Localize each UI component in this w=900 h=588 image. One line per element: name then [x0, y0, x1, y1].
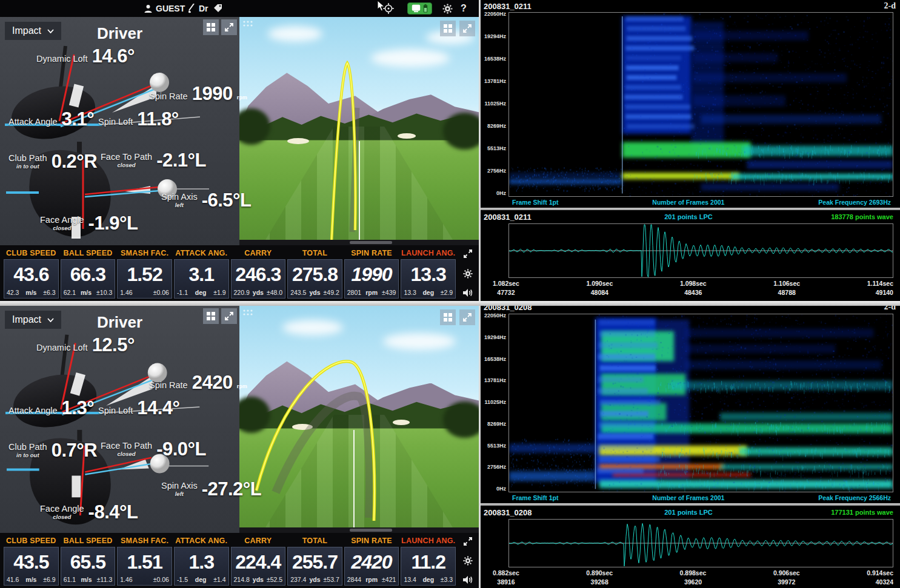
- stat-value: 1.52: [118, 260, 172, 289]
- stat-deviation: ±10.3: [96, 289, 112, 296]
- fullscreen-button[interactable]: [459, 309, 475, 325]
- shot-stats-bar: CLUB SPEED 43.5 41.6 m/s ±6.9 BALL SPEE: [0, 533, 479, 588]
- layout-grid-button[interactable]: [203, 308, 219, 324]
- target-tracking-button[interactable]: [383, 3, 394, 14]
- panel-buttons: [203, 308, 237, 324]
- launch-monitor-window-top: GUEST Dr ?: [0, 0, 479, 301]
- stat-label: SPIN RATE: [344, 535, 399, 547]
- stat-deviation: ±0.06: [153, 576, 169, 583]
- help-button[interactable]: ?: [461, 3, 467, 14]
- metric-value: 0.2°R: [52, 154, 97, 170]
- time-sample: 40324: [867, 578, 893, 587]
- stat-unit: m/s: [25, 289, 36, 296]
- fullscreen-button[interactable]: [463, 537, 473, 546]
- stat-sub-row: 61.1 m/s ±11.3: [61, 576, 115, 585]
- view-menu-icon[interactable]: [243, 309, 253, 319]
- metric-sub-label: in to out: [8, 164, 47, 170]
- fullscreen-button[interactable]: [463, 249, 473, 259]
- spectrogram-header: 200831_0211 2-d: [481, 0, 900, 12]
- stat-label: CLUB SPEED: [4, 248, 59, 259]
- stats-side-buttons: [457, 245, 479, 301]
- horizontal-scrollbar[interactable]: [239, 527, 479, 533]
- stat-average: 237.4: [290, 576, 306, 583]
- user-menu[interactable]: GUEST: [144, 4, 185, 13]
- stat-sub-row: 243.5 yds ±49.2: [288, 289, 342, 298]
- stat-tile: ATTACK ANG. 1.3 -1.5 deg ±1.4: [174, 535, 229, 586]
- waveform-plot: [508, 519, 893, 567]
- stat-value: 13.3: [401, 260, 455, 289]
- stat-deviation: ±439: [382, 289, 396, 296]
- recording-title: 200831_0211: [484, 2, 532, 11]
- stat-deviation: ±3.3: [441, 576, 453, 583]
- view-menu-icon[interactable]: [243, 21, 253, 30]
- freq-tick-label: 16538Hz: [484, 56, 506, 62]
- stat-box: 2420 2844 rpm ±421: [344, 547, 399, 586]
- settings-button[interactable]: [463, 269, 473, 279]
- wave-points-label: 183778 points wave: [757, 213, 893, 220]
- stat-label: BALL SPEED: [61, 248, 116, 259]
- stat-value: 275.8: [288, 260, 342, 289]
- gear-icon: [463, 269, 473, 279]
- freq-tick-label: 22050Hz: [484, 313, 506, 319]
- metric-label: Spin Loft: [98, 117, 133, 127]
- club-abbr: Dr: [199, 4, 208, 13]
- club-selector[interactable]: Dr: [187, 4, 208, 13]
- spectrogram-plot: [508, 314, 893, 492]
- settings-button[interactable]: [463, 556, 473, 566]
- scrollbar-handle[interactable]: [350, 241, 392, 244]
- layout-grid-button[interactable]: [203, 19, 219, 35]
- recording-title: 200831_0211: [484, 213, 620, 222]
- metric-label: Face Angleclosed: [40, 504, 84, 520]
- stat-deviation: ±2.9: [441, 289, 453, 296]
- stat-value: 1990: [345, 260, 399, 289]
- time-sample: 39620: [680, 578, 707, 587]
- spectrogram-canvas: [509, 314, 893, 492]
- golf-club-icon: [187, 4, 195, 13]
- layout-grid-button[interactable]: [440, 21, 456, 36]
- stat-box: 1.52 1.46 ±0.06: [117, 259, 172, 299]
- stat-sub-row: 237.4 yds ±53.7: [288, 576, 342, 585]
- settings-button[interactable]: [442, 4, 453, 14]
- expand-icon: [463, 313, 472, 322]
- fullscreen-button[interactable]: [221, 19, 237, 35]
- metric-label: Spin Axisleft: [161, 193, 198, 208]
- stat-sub-row: 220.9 yds ±48.0: [232, 289, 285, 298]
- user-name: GUEST: [156, 4, 185, 13]
- waveform-plot: [508, 223, 893, 278]
- stat-box: 1.51 1.46 ±0.06: [117, 547, 172, 586]
- stat-unit: deg: [195, 576, 207, 583]
- stats-tiles: CLUB SPEED 43.5 41.6 m/s ±6.9 BALL SPEE: [0, 533, 457, 588]
- freq-tick-label: 11025Hz: [484, 400, 506, 405]
- frequency-axis: 22050Hz19294Hz16538Hz13781Hz11025Hz8269H…: [481, 314, 508, 492]
- layout-grid-button[interactable]: [440, 309, 456, 325]
- stat-box: 3.1 -1.1 deg ±1.9: [174, 259, 229, 299]
- fullscreen-button[interactable]: [221, 308, 237, 324]
- stat-value: 255.7: [288, 547, 342, 576]
- stat-label: CLUB SPEED: [4, 535, 59, 547]
- sound-button[interactable]: [463, 575, 473, 584]
- stat-tile: TOTAL 255.7 237.4 yds ±53.7: [287, 535, 342, 586]
- metric-spin-axis: Spin Axisleft -6.5°L: [161, 193, 251, 208]
- horizontal-scrollbar[interactable]: [239, 240, 479, 245]
- stat-unit: deg: [195, 289, 207, 296]
- stat-average: 41.6: [7, 576, 19, 583]
- spectrogram-header: 200831_0208 2-d: [481, 306, 900, 314]
- stat-sub-row: -1.1 deg ±1.9: [175, 289, 228, 298]
- stat-average: -1.5: [177, 576, 188, 583]
- time-sample: 48436: [680, 288, 707, 297]
- time-tick: 0.906sec 39972: [773, 569, 800, 587]
- freq-tick-label: 0Hz: [496, 486, 506, 492]
- device-status-button[interactable]: [407, 2, 432, 15]
- stat-box: 11.2 13.4 deg ±3.3: [401, 547, 456, 586]
- stat-value: 1.51: [118, 547, 172, 576]
- tag-button[interactable]: [213, 4, 223, 13]
- metric-spin-loft: Spin Loft 11.8°: [98, 111, 179, 127]
- stat-deviation: ±6.3: [43, 289, 55, 296]
- fullscreen-button[interactable]: [459, 21, 475, 36]
- view-mode-label: 2-d: [884, 1, 896, 11]
- scrollbar-handle[interactable]: [350, 529, 392, 532]
- sound-button[interactable]: [463, 288, 473, 297]
- grid-icon: [444, 24, 452, 33]
- stat-label: LAUNCH ANG.: [401, 248, 456, 259]
- stat-value: 66.3: [61, 260, 115, 289]
